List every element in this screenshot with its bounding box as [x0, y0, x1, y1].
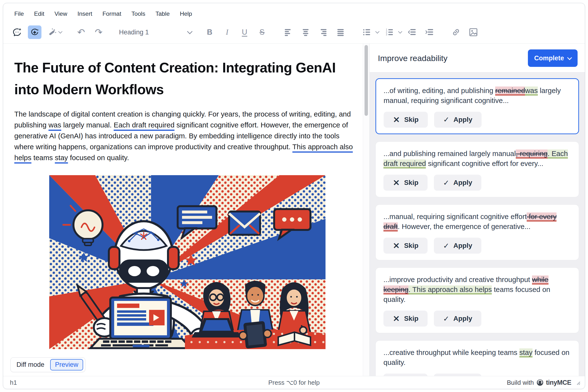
complete-button[interactable]: Complete — [528, 50, 577, 67]
chevron-down-icon — [398, 30, 402, 34]
view-mode-toggle: Diff mode Preview — [11, 357, 85, 372]
align-justify-icon[interactable] — [334, 26, 347, 39]
panel-title: Improve readability — [378, 54, 447, 63]
suggestion-card[interactable]: ...improve productivity and creative thr… — [375, 268, 579, 333]
chevron-down-icon — [375, 30, 380, 34]
skip-button[interactable]: × Skip — [383, 310, 427, 326]
align-right-icon[interactable] — [316, 26, 330, 39]
toolbar: ↶ ↷ Heading 1 B I U S — [3, 21, 585, 44]
suggestion-text: ...manual, requiring significant cogniti… — [383, 212, 571, 231]
suggestion-text: ...and publishing remained largely manua… — [383, 148, 571, 168]
editor-scrollbar-thumb[interactable] — [365, 45, 368, 116]
suggestion-actions: × Skip ✓ Apply — [383, 238, 571, 254]
strikethrough-button[interactable]: S — [255, 26, 269, 39]
check-icon: ✓ — [443, 314, 449, 323]
apply-button[interactable]: ✓ Apply — [434, 112, 482, 128]
suggestion-actions: × Skip ✓ Apply — [384, 112, 571, 128]
indent-icon[interactable] — [423, 26, 436, 39]
suggestion-text: ...of writing, editing, and publishing r… — [384, 86, 571, 106]
menu-tools[interactable]: Tools — [131, 10, 145, 17]
tinymce-logo-icon — [536, 379, 544, 386]
suggestion-text: ...creative throughput while keeping tea… — [383, 348, 571, 367]
editor-scrollbar[interactable] — [363, 44, 369, 376]
menu-file[interactable]: File — [14, 10, 24, 17]
suggestion-actions: × Skip ✓ Apply — [383, 310, 571, 326]
image-icon[interactable] — [466, 26, 480, 39]
underline-button[interactable]: U — [238, 26, 251, 39]
suggestion-actions: × Skip ✓ Apply — [383, 374, 571, 376]
suggestion-text: ...improve productivity and creative thr… — [383, 274, 571, 304]
redo-icon[interactable]: ↷ — [92, 26, 106, 39]
link-icon[interactable] — [449, 26, 463, 39]
skip-button[interactable]: × Skip — [383, 374, 427, 376]
italic-button[interactable]: I — [220, 26, 234, 39]
outdent-icon[interactable] — [405, 26, 419, 39]
check-icon: ✓ — [443, 178, 449, 187]
help-shortcut-text: Press ⌥0 for help — [3, 379, 585, 386]
body-paragraph[interactable]: The landscape of digital content creatio… — [14, 108, 353, 163]
skip-button[interactable]: × Skip — [383, 175, 427, 191]
suggestion-card[interactable]: ...and publishing remained largely manua… — [375, 142, 579, 197]
document[interactable]: The Future of Content Creation: Integrat… — [3, 44, 363, 349]
editor-content-area[interactable]: The Future of Content Creation: Integrat… — [3, 44, 363, 376]
magic-wand-chevron-icon[interactable] — [59, 30, 63, 34]
x-icon: × — [393, 114, 400, 124]
apply-button[interactable]: ✓ Apply — [434, 374, 481, 376]
document-illustration-image[interactable] — [49, 175, 325, 349]
align-center-icon[interactable] — [299, 26, 312, 39]
apply-button[interactable]: ✓ Apply — [434, 310, 481, 326]
menu-help[interactable]: Help — [180, 10, 192, 17]
svg-text:3: 3 — [386, 33, 387, 36]
x-icon: × — [393, 177, 400, 187]
chevron-down-icon — [187, 29, 193, 34]
check-icon: ✓ — [443, 242, 449, 250]
numbered-list-button[interactable]: 1 2 3 — [383, 26, 402, 39]
bullet-list-icon — [360, 26, 373, 39]
apply-button[interactable]: ✓ Apply — [434, 175, 481, 191]
ai-review-icon[interactable] — [28, 26, 42, 39]
align-left-icon[interactable] — [281, 26, 295, 39]
resize-grip-icon[interactable] — [575, 380, 580, 385]
skip-button[interactable]: × Skip — [383, 238, 427, 254]
menu-view[interactable]: View — [55, 10, 67, 17]
suggestion-card[interactable]: ...creative throughput while keeping tea… — [375, 340, 579, 376]
suggestion-list: ...of writing, editing, and publishing r… — [370, 72, 585, 376]
ai-assistant-icon[interactable] — [11, 26, 24, 39]
x-icon: × — [393, 313, 400, 323]
menu-edit[interactable]: Edit — [34, 10, 44, 17]
menu-format[interactable]: Format — [103, 10, 122, 17]
brand-name[interactable]: tinyMCE — [546, 379, 571, 386]
menu-insert[interactable]: Insert — [77, 10, 92, 17]
complete-button-label: Complete — [534, 54, 564, 62]
suggestion-card[interactable]: ...of writing, editing, and publishing r… — [375, 78, 579, 134]
preview-button[interactable]: Preview — [50, 359, 83, 370]
diff-mode-button[interactable]: Diff mode — [13, 359, 48, 370]
menu-table[interactable]: Table — [155, 10, 170, 17]
heading-style-select[interactable]: Heading 1 — [119, 28, 192, 36]
check-icon: ✓ — [443, 115, 449, 124]
suggestion-actions: × Skip ✓ Apply — [383, 175, 571, 191]
document-title[interactable]: The Future of Content Creation: Integrat… — [14, 57, 353, 100]
numbered-list-icon: 1 2 3 — [383, 26, 396, 39]
magic-wand-icon[interactable] — [45, 26, 59, 39]
panel-header: Improve readability Complete — [370, 44, 585, 72]
x-icon: × — [393, 240, 400, 250]
skip-button[interactable]: × Skip — [384, 112, 428, 128]
heading-style-label: Heading 1 — [119, 28, 149, 36]
improve-readability-panel: Improve readability Complete ...of writi… — [369, 44, 585, 376]
bullet-list-button[interactable] — [360, 26, 379, 39]
bold-button[interactable]: B — [203, 26, 216, 39]
chevron-down-icon — [567, 55, 572, 60]
apply-button[interactable]: ✓ Apply — [434, 238, 481, 254]
undo-icon[interactable]: ↶ — [75, 26, 88, 39]
menubar: File Edit View Insert Format Tools Table… — [3, 3, 585, 21]
editor-window: File Edit View Insert Format Tools Table… — [3, 3, 585, 389]
main-area: The Future of Content Creation: Integrat… — [3, 44, 585, 376]
brand-prefix: Build with — [507, 379, 534, 386]
statusbar: h1 Press ⌥0 for help Build with tinyMCE — [3, 376, 585, 389]
suggestion-card[interactable]: ...manual, requiring significant cogniti… — [375, 204, 579, 260]
